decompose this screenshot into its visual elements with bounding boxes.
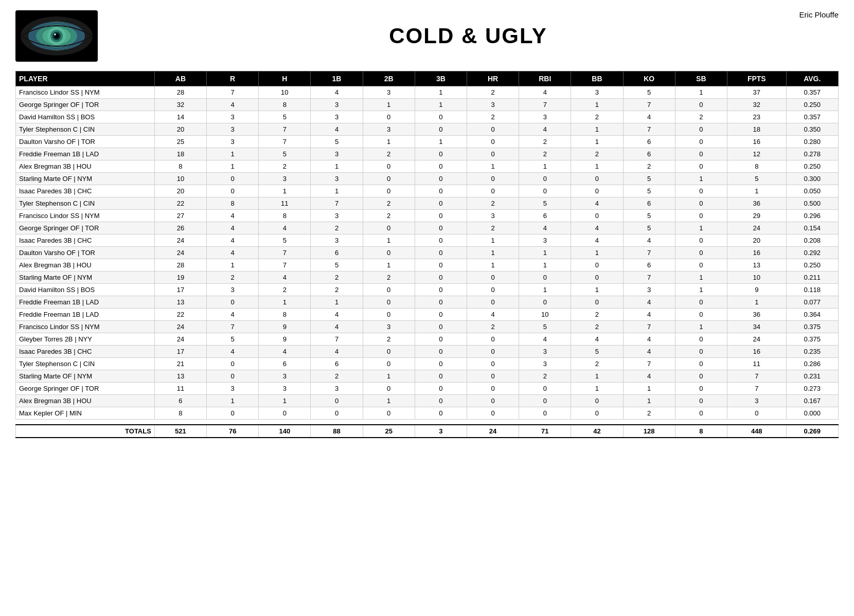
player-name: Alex Bregman 3B | HOU xyxy=(16,259,155,271)
stat-cell: 14 xyxy=(154,111,206,123)
stat-cell: 0.118 xyxy=(786,284,838,296)
table-row: Max Kepler OF | MIN8000000002000.000 xyxy=(16,407,839,420)
stat-cell: 3 xyxy=(571,86,623,99)
stat-cell: 1 xyxy=(675,222,727,234)
stat-cell: 0 xyxy=(467,136,519,148)
stat-cell: 4 xyxy=(571,234,623,247)
stat-cell: 37 xyxy=(727,86,786,99)
col-header-1b: 1B xyxy=(311,71,363,86)
stat-cell: 1 xyxy=(207,259,259,271)
stat-cell: 4 xyxy=(623,333,675,346)
stat-cell: 16 xyxy=(727,346,786,358)
table-row: Alex Bregman 3B | HOU281751011060130.250 xyxy=(16,259,839,271)
logo-box xyxy=(15,10,98,62)
stat-cell: 5 xyxy=(207,333,259,346)
stat-cell: 2 xyxy=(571,111,623,123)
stat-cell: 0.364 xyxy=(786,309,838,321)
stat-cell: 4 xyxy=(207,346,259,358)
stat-cell: 22 xyxy=(154,197,206,210)
player-name: Alex Bregman 3B | HOU xyxy=(16,395,155,407)
stat-cell: 0 xyxy=(467,333,519,346)
stat-cell: 0 xyxy=(467,284,519,296)
stat-cell: 4 xyxy=(311,346,363,358)
col-header-hr: HR xyxy=(467,71,519,86)
stat-cell: 6 xyxy=(623,136,675,148)
stat-cell: 1 xyxy=(675,86,727,99)
stat-cell: 0 xyxy=(415,185,467,197)
stat-cell: 4 xyxy=(259,222,311,234)
stat-cell: 0 xyxy=(675,309,727,321)
stats-table: PLAYER AB R H 1B 2B 3B HR RBI BB KO SB F… xyxy=(15,71,839,438)
stat-cell: 2 xyxy=(259,160,311,173)
stat-cell: 3 xyxy=(311,148,363,160)
stat-cell: 2 xyxy=(623,407,675,420)
stat-cell: 3 xyxy=(311,210,363,222)
table-row: George Springer OF | TOR264420024451240.… xyxy=(16,222,839,234)
stat-cell: 3 xyxy=(467,99,519,111)
stat-cell: 3 xyxy=(467,210,519,222)
stat-cell: 1 xyxy=(363,136,415,148)
stat-cell: 5 xyxy=(259,148,311,160)
stat-cell: 0.357 xyxy=(786,111,838,123)
totals-value: 0.269 xyxy=(786,425,838,438)
stat-cell: 1 xyxy=(519,284,571,296)
svg-point-8 xyxy=(54,33,56,35)
stat-cell: 0 xyxy=(675,333,727,346)
stat-cell: 2 xyxy=(571,358,623,370)
stat-cell: 7 xyxy=(259,247,311,259)
player-name: Francisco Lindor SS | NYM xyxy=(16,210,155,222)
stat-cell: 1 xyxy=(363,395,415,407)
stat-cell: 0 xyxy=(467,148,519,160)
stat-cell: 1 xyxy=(415,99,467,111)
stat-cell: 7 xyxy=(519,99,571,111)
stat-cell: 5 xyxy=(519,321,571,333)
stat-cell: 4 xyxy=(623,370,675,383)
stat-cell: 1 xyxy=(363,370,415,383)
stat-cell: 0 xyxy=(415,247,467,259)
player-name: Daulton Varsho OF | TOR xyxy=(16,247,155,259)
stat-cell: 3 xyxy=(259,173,311,185)
stat-cell: 3 xyxy=(363,321,415,333)
col-header-2b: 2B xyxy=(363,71,415,86)
stat-cell: 4 xyxy=(207,210,259,222)
stat-cell: 4 xyxy=(259,271,311,284)
stat-cell: 0 xyxy=(675,99,727,111)
stat-cell: 7 xyxy=(727,370,786,383)
stat-cell: 17 xyxy=(154,284,206,296)
stat-cell: 1 xyxy=(571,383,623,395)
stat-cell: 0 xyxy=(363,173,415,185)
stat-cell: 0 xyxy=(363,111,415,123)
stat-cell: 4 xyxy=(207,309,259,321)
table-row: George Springer OF | TOR324831137170320.… xyxy=(16,99,839,111)
stat-cell: 1 xyxy=(571,123,623,136)
stat-cell: 27 xyxy=(154,210,206,222)
stat-cell: 5 xyxy=(727,173,786,185)
stat-cell: 0.050 xyxy=(786,185,838,197)
eye-logo xyxy=(18,13,95,59)
stat-cell: 2 xyxy=(311,284,363,296)
stat-cell: 0 xyxy=(363,296,415,309)
stat-cell: 24 xyxy=(727,333,786,346)
stat-cell: 4 xyxy=(519,86,571,99)
stat-cell: 3 xyxy=(207,123,259,136)
stat-cell: 1 xyxy=(571,136,623,148)
stat-cell: 5 xyxy=(311,136,363,148)
stat-cell: 0 xyxy=(467,296,519,309)
stat-cell: 7 xyxy=(623,247,675,259)
table-row: Daulton Varsho OF | TOR244760011170160.2… xyxy=(16,247,839,259)
stat-cell: 6 xyxy=(311,358,363,370)
stat-cell: 0 xyxy=(467,123,519,136)
totals-value: 42 xyxy=(571,425,623,438)
stat-cell: 5 xyxy=(259,111,311,123)
stat-cell: 28 xyxy=(154,86,206,99)
table-row: Freddie Freeman 1B | LAD181532002260120.… xyxy=(16,148,839,160)
stat-cell: 1 xyxy=(519,247,571,259)
stat-cell: 4 xyxy=(207,234,259,247)
stat-cell: 1 xyxy=(311,160,363,173)
stat-cell: 0 xyxy=(571,407,623,420)
stat-cell: 5 xyxy=(623,86,675,99)
player-name: David Hamilton SS | BOS xyxy=(16,284,155,296)
stat-cell: 0.357 xyxy=(786,86,838,99)
stat-cell: 0 xyxy=(675,407,727,420)
totals-value: 24 xyxy=(467,425,519,438)
